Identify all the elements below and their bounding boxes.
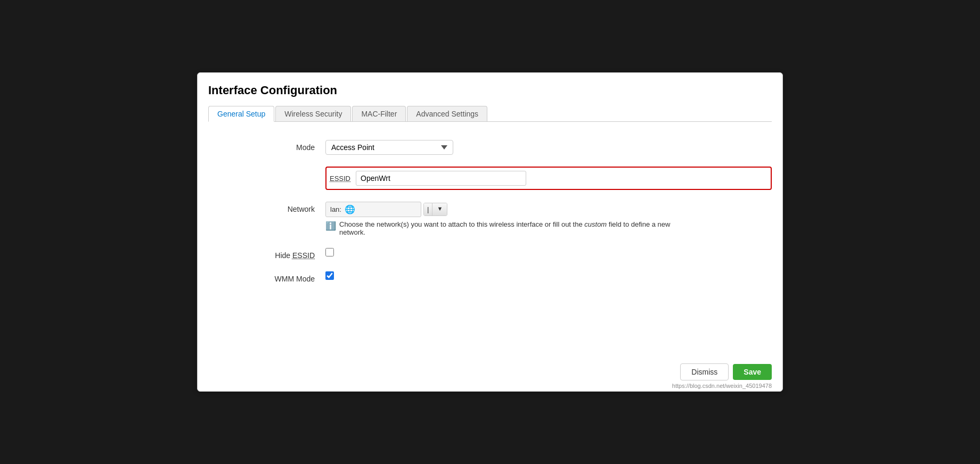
essid-highlight-box: ESSID (325, 167, 772, 190)
hide-essid-label: Hide ESSID (240, 248, 325, 260)
mode-label: Mode (240, 140, 325, 152)
network-dropdown-btn[interactable]: ▼ (432, 203, 447, 216)
tab-bar: General Setup Wireless Security MAC-Filt… (208, 106, 772, 122)
essid-input[interactable] (356, 171, 526, 186)
essid-control: ESSID (325, 167, 772, 190)
network-control: lan: 🌐 | ▼ ℹ️ Choose the network(s) you … (325, 202, 772, 236)
tab-wireless-security[interactable]: Wireless Security (275, 106, 351, 121)
hide-essid-checkbox-wrap (325, 248, 772, 256)
tab-mac-filter[interactable]: MAC-Filter (352, 106, 406, 121)
wmm-mode-checkbox[interactable] (325, 271, 334, 280)
network-label-text: lan: (330, 205, 341, 213)
network-wrap: lan: 🌐 | ▼ (325, 202, 772, 217)
footer-bar: Dismiss Save (680, 363, 772, 380)
save-button[interactable]: Save (733, 364, 772, 380)
form-area: Mode Access Point Client Repeater Ad-Hoc… (208, 135, 772, 300)
mode-select[interactable]: Access Point Client Repeater Ad-Hoc (325, 140, 453, 155)
wmm-mode-label: WMM Mode (240, 271, 325, 283)
network-globe-icon: 🌐 (345, 204, 355, 214)
essid-label-cell (240, 167, 325, 170)
url-bar: https://blog.csdn.net/weixin_45019478 (672, 383, 772, 389)
essid-row: ESSID (240, 167, 772, 190)
network-label: Network (240, 202, 325, 213)
network-split-button: | ▼ (423, 203, 447, 216)
network-select-box[interactable]: lan: 🌐 (325, 202, 421, 217)
hide-essid-checkbox[interactable] (325, 248, 334, 256)
wmm-mode-row: WMM Mode (240, 271, 772, 283)
dismiss-button[interactable]: Dismiss (680, 363, 729, 380)
page-title: Interface Configuration (208, 84, 772, 97)
mode-row: Mode Access Point Client Repeater Ad-Hoc (240, 140, 772, 155)
wmm-mode-checkbox-wrap (325, 271, 772, 280)
help-icon: ℹ️ (325, 221, 336, 231)
interface-config-window: Interface Configuration General Setup Wi… (197, 72, 783, 392)
wmm-mode-control (325, 271, 772, 280)
network-split-btn-left[interactable]: | (424, 203, 432, 216)
hide-essid-control (325, 248, 772, 256)
network-help-text: ℹ️ Choose the network(s) you want to att… (325, 220, 698, 236)
hide-essid-row: Hide ESSID (240, 248, 772, 260)
mode-control: Access Point Client Repeater Ad-Hoc (325, 140, 772, 155)
network-row: Network lan: 🌐 | ▼ ℹ️ Choose the network (240, 202, 772, 236)
tab-general-setup[interactable]: General Setup (208, 106, 274, 122)
tab-advanced-settings[interactable]: Advanced Settings (407, 106, 487, 121)
essid-label: ESSID (330, 175, 350, 183)
